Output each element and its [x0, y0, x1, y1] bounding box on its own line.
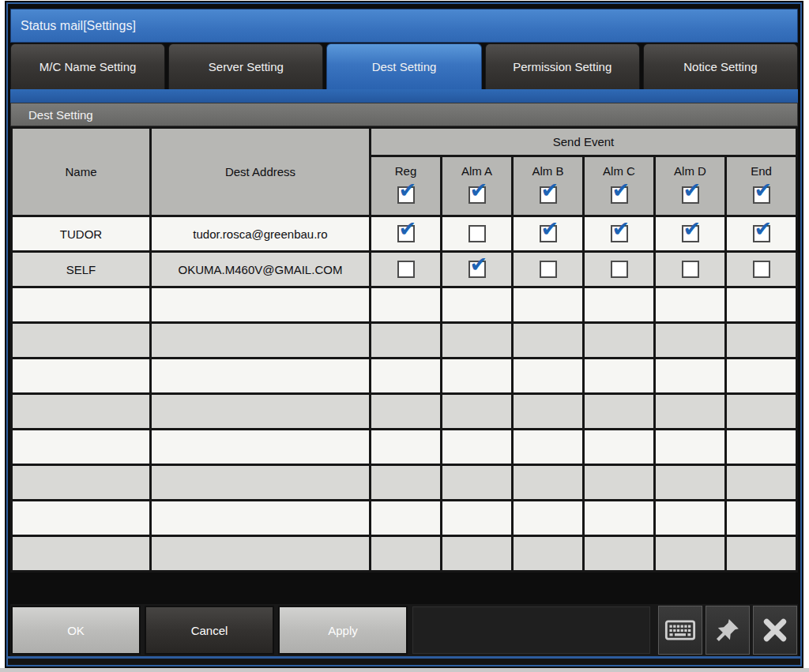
event-cell[interactable]	[655, 536, 726, 572]
tab-server-setting[interactable]: Server Setting	[168, 43, 323, 89]
event-checkbox[interactable]	[682, 225, 699, 242]
event-cell[interactable]	[655, 216, 726, 252]
event-cell[interactable]	[726, 536, 797, 572]
event-col-checkbox[interactable]	[540, 186, 557, 204]
event-cell[interactable]	[442, 323, 513, 359]
event-checkbox[interactable]	[397, 261, 415, 278]
event-col-checkbox[interactable]	[682, 186, 699, 204]
event-cell[interactable]	[442, 394, 513, 430]
dest-address-cell[interactable]: OKUMA.M460V@GMAIL.COM	[151, 252, 371, 287]
event-checkbox[interactable]	[468, 261, 486, 278]
dest-name-cell[interactable]	[12, 323, 151, 359]
event-col-checkbox[interactable]	[753, 186, 770, 204]
event-cell[interactable]	[655, 430, 726, 465]
event-cell[interactable]	[442, 501, 513, 536]
cancel-button[interactable]: Cancel	[145, 606, 274, 655]
dest-name-cell[interactable]	[12, 430, 151, 465]
event-cell[interactable]	[513, 323, 584, 359]
event-cell[interactable]	[371, 501, 442, 536]
event-cell[interactable]	[442, 430, 513, 465]
event-cell[interactable]	[442, 536, 513, 572]
event-cell[interactable]	[584, 394, 655, 430]
event-cell[interactable]	[513, 252, 584, 287]
event-cell[interactable]	[513, 536, 584, 572]
event-cell[interactable]	[655, 359, 726, 394]
event-cell[interactable]	[584, 252, 655, 287]
event-cell[interactable]	[371, 394, 442, 430]
event-checkbox[interactable]	[540, 261, 557, 278]
pin-button[interactable]	[706, 606, 750, 655]
event-cell[interactable]	[726, 287, 797, 323]
dest-address-cell[interactable]	[151, 465, 371, 501]
event-col-checkbox[interactable]	[611, 186, 628, 204]
event-cell[interactable]	[442, 252, 513, 287]
event-cell[interactable]	[371, 536, 442, 572]
event-cell[interactable]	[371, 359, 442, 394]
event-cell[interactable]	[371, 252, 442, 287]
event-cell[interactable]	[513, 430, 584, 465]
event-cell[interactable]	[584, 430, 655, 465]
event-checkbox[interactable]	[468, 225, 486, 242]
dest-address-cell[interactable]: tudor.rosca@greenbau.ro	[151, 216, 371, 252]
dest-name-cell[interactable]	[12, 536, 151, 572]
event-cell[interactable]	[371, 323, 442, 359]
event-cell[interactable]	[371, 430, 442, 465]
event-cell[interactable]	[655, 465, 726, 501]
event-cell[interactable]	[584, 323, 655, 359]
event-cell[interactable]	[726, 394, 797, 430]
event-cell[interactable]	[726, 323, 797, 359]
tab-dest-setting[interactable]: Dest Setting	[326, 43, 481, 89]
event-checkbox[interactable]	[753, 225, 770, 242]
dest-address-cell[interactable]	[151, 359, 371, 394]
event-cell[interactable]	[584, 465, 655, 501]
event-cell[interactable]	[371, 287, 442, 323]
event-col-checkbox[interactable]	[397, 186, 415, 204]
dest-name-cell[interactable]: TUDOR	[12, 216, 151, 252]
event-checkbox[interactable]	[611, 225, 628, 242]
event-cell[interactable]	[513, 216, 584, 252]
event-cell[interactable]	[513, 359, 584, 394]
event-cell[interactable]	[584, 359, 655, 394]
dest-name-cell[interactable]	[12, 287, 151, 323]
event-cell[interactable]	[726, 501, 797, 536]
event-cell[interactable]	[513, 501, 584, 536]
event-cell[interactable]	[584, 536, 655, 572]
dest-name-cell[interactable]	[12, 465, 151, 501]
dest-name-cell[interactable]	[12, 394, 151, 430]
ok-button[interactable]: OK	[11, 606, 141, 655]
tab-notice-setting[interactable]: Notice Setting	[643, 43, 798, 89]
dest-address-cell[interactable]	[151, 394, 371, 430]
event-cell[interactable]	[513, 394, 584, 430]
dest-address-cell[interactable]	[151, 501, 371, 536]
dest-address-cell[interactable]	[151, 287, 371, 323]
event-cell[interactable]	[655, 252, 726, 287]
event-cell[interactable]	[513, 465, 584, 501]
event-cell[interactable]	[726, 252, 797, 287]
event-cell[interactable]	[442, 216, 513, 252]
event-cell[interactable]	[655, 394, 726, 430]
apply-button[interactable]: Apply	[278, 606, 408, 655]
event-checkbox[interactable]	[753, 261, 770, 278]
event-cell[interactable]	[371, 216, 442, 252]
tab-permission-setting[interactable]: Permission Setting	[485, 43, 640, 89]
event-checkbox[interactable]	[540, 225, 557, 242]
event-checkbox[interactable]	[397, 225, 415, 242]
dest-name-cell[interactable]	[12, 359, 151, 394]
event-cell[interactable]	[584, 216, 655, 252]
event-cell[interactable]	[655, 501, 726, 536]
close-button[interactable]	[753, 606, 797, 655]
event-cell[interactable]	[371, 465, 442, 501]
dest-address-cell[interactable]	[151, 536, 371, 572]
event-cell[interactable]	[726, 430, 797, 465]
event-checkbox[interactable]	[611, 261, 628, 278]
event-cell[interactable]	[655, 323, 726, 359]
event-cell[interactable]	[726, 216, 797, 252]
event-cell[interactable]	[584, 287, 655, 323]
dest-name-cell[interactable]	[12, 501, 151, 536]
event-col-checkbox[interactable]	[468, 186, 486, 204]
tab-mc-name-setting[interactable]: M/C Name Setting	[10, 43, 165, 89]
keyboard-button[interactable]	[658, 606, 702, 655]
dest-address-cell[interactable]	[151, 323, 371, 359]
event-cell[interactable]	[442, 359, 513, 394]
event-cell[interactable]	[584, 501, 655, 536]
